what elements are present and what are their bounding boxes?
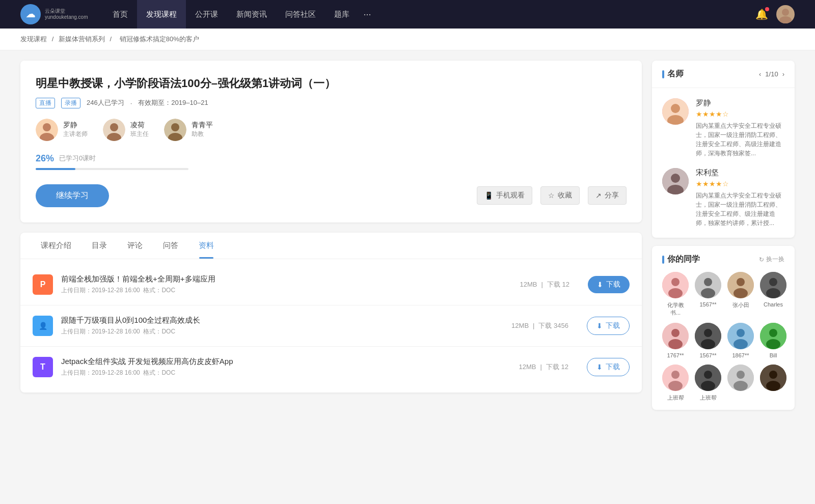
classmate-2-0[interactable]: 上班帮 — [662, 365, 689, 402]
classmates-title: 你的同学 — [662, 254, 700, 265]
tab-intro[interactable]: 课程介绍 — [31, 233, 82, 259]
svg-point-43 — [668, 381, 683, 391]
expire-date: 有效期至：2019–10–21 — [138, 98, 208, 107]
classmates-section: 你的同学 ↻ 换一换 化学教书... — [652, 246, 795, 410]
svg-point-0 — [782, 9, 789, 16]
classmate-name-1-2: 1867** — [732, 352, 749, 358]
teacher-avatar-1 — [103, 119, 125, 141]
download-icon: ⬇ — [597, 281, 603, 289]
resource-sub-1: 上传日期：2019-12-28 16:00 格式：DOC — [61, 327, 503, 336]
continue-button[interactable]: 继续学习 — [36, 184, 109, 207]
svg-point-40 — [766, 339, 780, 349]
mobile-watch-button[interactable]: 📱 手机观看 — [477, 186, 532, 205]
bell-icon[interactable]: 🔔 — [755, 8, 768, 20]
classmate-1-1[interactable]: 1567** — [695, 323, 721, 358]
nav-discover[interactable]: 发现课程 — [137, 0, 186, 29]
classmates-grid: 化学教书... 1567** 张小田 — [662, 272, 784, 402]
download-button-0[interactable]: ⬇ 下载 — [588, 276, 630, 293]
course-meta: 直播 录播 246人已学习 · 有效期至：2019–10–21 — [36, 98, 627, 108]
classmate-0-1[interactable]: 1567** — [695, 272, 721, 317]
share-label: 分享 — [605, 191, 619, 200]
resource-stats-2: 12MB | 下载 12 — [519, 362, 568, 372]
tab-comments[interactable]: 评论 — [117, 233, 153, 259]
nav-home[interactable]: 首页 — [103, 0, 137, 29]
t-info-0: 罗静 ★★★★☆ 国内某重点大学安全工程专业硕士，国家一级注册消防工程师、注册安… — [696, 98, 784, 158]
classmate-avatar-0-0 — [662, 272, 689, 298]
tab-qa[interactable]: 问答 — [153, 233, 188, 259]
t-name-1: 宋利坚 — [696, 168, 784, 178]
classmate-1-3[interactable]: Bill — [760, 323, 786, 358]
classmate-avatar-2-2 — [727, 365, 754, 391]
teachers-content: 罗静 ★★★★☆ 国内某重点大学安全工程专业硕士，国家一级注册消防工程师、注册安… — [652, 88, 795, 238]
student-count: 246人已学习 — [87, 98, 124, 107]
nav-more[interactable]: ··· — [359, 0, 376, 29]
classmate-0-0[interactable]: 化学教书... — [662, 272, 689, 317]
tab-catalog[interactable]: 目录 — [82, 233, 117, 259]
breadcrumb-series[interactable]: 新媒体营销系列 — [59, 35, 105, 43]
classmate-2-3[interactable] — [760, 365, 786, 402]
svg-point-33 — [704, 329, 712, 337]
progress-info: 26% 已学习0课时 — [36, 153, 627, 164]
classmate-name-1-0: 1767** — [667, 352, 684, 358]
classmate-2-1[interactable]: 上班帮 — [695, 365, 721, 402]
star-icon: ☆ — [548, 191, 555, 200]
svg-point-27 — [769, 278, 777, 286]
progress-label: 已学习0课时 — [59, 154, 96, 163]
svg-point-1 — [779, 16, 792, 23]
resource-item-2: T Jetpack全组件实战 开发短视频应用高仿皮皮虾App 上传日期：2019… — [20, 347, 642, 387]
mobile-icon: 📱 — [484, 191, 493, 200]
content-area: 明星中教授课，小学阶段语法100分–强化级第1讲动词（一） 直播 录播 246人… — [20, 61, 642, 418]
download-button-2[interactable]: ⬇ 下载 — [587, 358, 630, 376]
svg-point-19 — [668, 288, 683, 298]
classmate-name-2-1: 上班帮 — [700, 394, 717, 402]
teacher-avatar-2 — [164, 119, 186, 141]
classmate-1-0[interactable]: 1767** — [662, 323, 689, 358]
prev-page-btn[interactable]: ‹ — [759, 70, 761, 78]
classmate-name-0-1: 1567** — [699, 301, 716, 307]
logo[interactable]: ☁ 云朵课堂 yundouketang.com — [20, 4, 88, 24]
user-avatar[interactable] — [776, 5, 795, 23]
classmate-0-3[interactable]: Charles — [760, 272, 786, 317]
svg-point-6 — [110, 123, 118, 131]
refresh-label: 换一换 — [766, 255, 784, 264]
svg-point-21 — [704, 278, 712, 286]
course-actions: 继续学习 📱 手机观看 ☆ 收藏 ↗ 分享 — [36, 184, 627, 207]
tab-resources[interactable]: 资料 — [188, 233, 224, 259]
classmate-name-2-0: 上班帮 — [667, 394, 684, 402]
t-stars-0: ★★★★☆ — [696, 110, 784, 118]
classmate-1-2[interactable]: 1867** — [727, 323, 754, 358]
collect-button[interactable]: ☆ 收藏 — [540, 186, 580, 205]
resource-item-0: P 前端全栈加强版！前端全栈+全周期+多端应用 上传日期：2019-12-28 … — [20, 264, 642, 305]
resource-stats-1: 12MB | 下载 3456 — [511, 321, 568, 330]
nav-quiz[interactable]: 题库 — [325, 0, 359, 29]
breadcrumb: 发现课程 / 新媒体营销系列 / 销冠修炼术搞定80%的客户 — [0, 29, 815, 50]
svg-point-18 — [671, 278, 680, 286]
svg-point-37 — [734, 339, 748, 349]
breadcrumb-discover[interactable]: 发现课程 — [20, 35, 47, 43]
classmate-avatar-0-3 — [760, 272, 786, 298]
resource-sub-2: 上传日期：2019-12-28 16:00 格式：DOC — [61, 369, 511, 377]
svg-point-52 — [766, 381, 780, 391]
share-button[interactable]: ↗ 分享 — [588, 186, 627, 205]
teacher-name-0: 罗静 — [63, 121, 88, 130]
download-button-1[interactable]: ⬇ 下载 — [587, 317, 630, 335]
classmate-0-2[interactable]: 张小田 — [727, 272, 754, 317]
logo-icon: ☁ — [20, 4, 41, 24]
teacher-info-0: 罗静 主讲老师 — [63, 121, 88, 138]
nav-news[interactable]: 新闻资讯 — [227, 0, 276, 29]
resource-title-0: 前端全栈加强版！前端全栈+全周期+多端应用 — [61, 274, 512, 284]
classmate-avatar-2-0 — [662, 365, 689, 391]
nav-qa[interactable]: 问答社区 — [276, 0, 325, 29]
badge-live: 直播 — [36, 98, 55, 108]
t-info-1: 宋利坚 ★★★★☆ 国内某重点大学安全工程专业硕士，国家一级注册消防工程师、注册… — [696, 168, 784, 228]
teacher-row-0: 罗静 ★★★★☆ 国内某重点大学安全工程专业硕士，国家一级注册消防工程师、注册安… — [662, 98, 784, 158]
teacher-name-1: 凌荷 — [130, 121, 149, 130]
t-name-0: 罗静 — [696, 98, 784, 108]
nav-public[interactable]: 公开课 — [186, 0, 227, 29]
next-page-btn[interactable]: › — [782, 70, 784, 78]
teacher-role-0: 主讲老师 — [63, 130, 88, 138]
refresh-button[interactable]: ↻ 换一换 — [759, 255, 784, 264]
classmate-2-2[interactable] — [727, 365, 754, 402]
t-desc-0: 国内某重点大学安全工程专业硕士，国家一级注册消防工程师、注册安全工程师、高级注册… — [696, 121, 784, 158]
teachers-list: 罗静 主讲老师 凌荷 班主任 — [36, 119, 627, 141]
